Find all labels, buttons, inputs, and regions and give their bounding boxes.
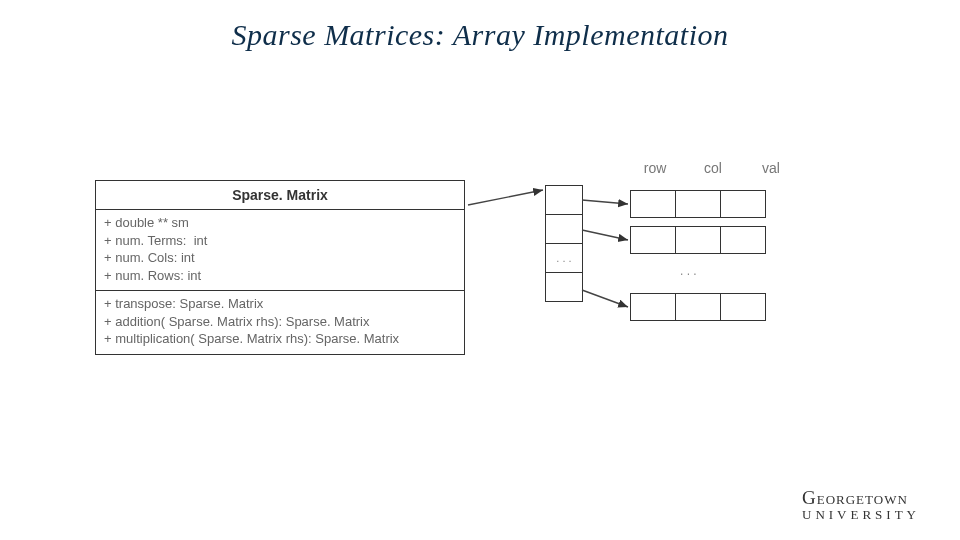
triple-row <box>630 226 766 254</box>
array-ellipsis: . . . <box>545 243 583 273</box>
uml-op: + addition( Sparse. Matrix rhs): Sparse.… <box>104 313 456 331</box>
triple-cell <box>675 226 721 254</box>
uml-op: + multiplication( Sparse. Matrix rhs): S… <box>104 330 456 348</box>
array-cell <box>545 214 583 244</box>
uml-op: + transpose: Sparse. Matrix <box>104 295 456 313</box>
triple-cell <box>630 226 676 254</box>
uml-attr: + double ** sm <box>104 214 456 232</box>
triple-row <box>630 293 766 321</box>
uml-attributes: + double ** sm + num. Terms: int + num. … <box>96 209 464 290</box>
uml-class-name: Sparse. Matrix <box>96 181 464 209</box>
svg-line-2 <box>582 230 628 240</box>
header-val: val <box>751 160 791 176</box>
triple-ellipsis: . . . <box>680 264 697 278</box>
georgetown-logo: Georgetown UNIVERSITY <box>802 488 920 522</box>
triple-cell <box>720 226 766 254</box>
triple-cell <box>630 293 676 321</box>
svg-line-0 <box>468 190 543 205</box>
svg-line-3 <box>582 290 628 307</box>
slide-title: Sparse Matrices: Array Implementation <box>0 18 960 52</box>
header-row: row <box>635 160 675 176</box>
uml-attr: + num. Cols: int <box>104 249 456 267</box>
triple-cell <box>720 293 766 321</box>
header-col: col <box>693 160 733 176</box>
uml-operations: + transpose: Sparse. Matrix + addition( … <box>96 290 464 354</box>
uml-attr: + num. Terms: int <box>104 232 456 250</box>
triple-cell <box>675 293 721 321</box>
triple-header: row col val <box>635 160 791 176</box>
array-cell <box>545 185 583 215</box>
triple-cell <box>675 190 721 218</box>
logo-line2: UNIVERSITY <box>802 508 920 522</box>
logo-line1: Georgetown <box>802 488 920 508</box>
uml-class-box: Sparse. Matrix + double ** sm + num. Ter… <box>95 180 465 355</box>
array-cell <box>545 272 583 302</box>
triple-cell <box>720 190 766 218</box>
uml-attr: + num. Rows: int <box>104 267 456 285</box>
svg-line-1 <box>582 200 628 204</box>
triple-cell <box>630 190 676 218</box>
triple-row <box>630 190 766 218</box>
pointer-array: . . . <box>545 185 583 301</box>
